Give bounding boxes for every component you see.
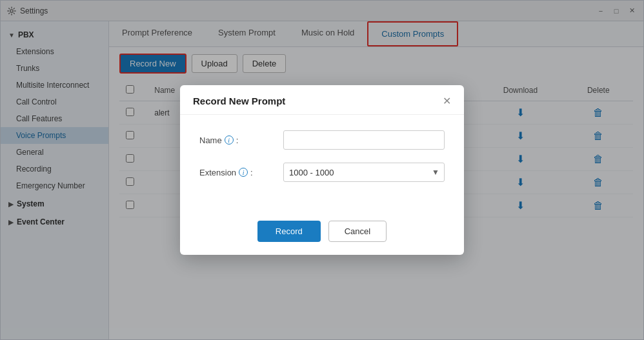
modal-body: Name i : Extension i : 1000 - 1000 ▼ — [180, 115, 464, 210]
modal-title: Record New Prompt — [193, 95, 285, 106]
modal-header: Record New Prompt ✕ — [180, 85, 464, 115]
name-info-icon[interactable]: i — [225, 135, 234, 145]
modal-footer: Record Cancel — [180, 210, 464, 255]
name-label: Name i : — [199, 135, 283, 145]
extension-select-wrapper: 1000 - 1000 ▼ — [283, 163, 445, 182]
modal-close-button[interactable]: ✕ — [443, 96, 451, 106]
modal-overlay[interactable]: Record New Prompt ✕ Name i : Extension i… — [0, 0, 644, 340]
extension-label: Extension i : — [199, 168, 283, 177]
record-new-prompt-modal: Record New Prompt ✕ Name i : Extension i… — [180, 85, 464, 255]
modal-record-button[interactable]: Record — [257, 221, 321, 242]
extension-select[interactable]: 1000 - 1000 — [283, 163, 445, 182]
extension-info-icon[interactable]: i — [239, 168, 248, 177]
name-input[interactable] — [283, 130, 445, 150]
modal-cancel-button[interactable]: Cancel — [328, 221, 387, 242]
name-form-row: Name i : — [199, 130, 445, 150]
extension-form-row: Extension i : 1000 - 1000 ▼ — [199, 163, 445, 182]
